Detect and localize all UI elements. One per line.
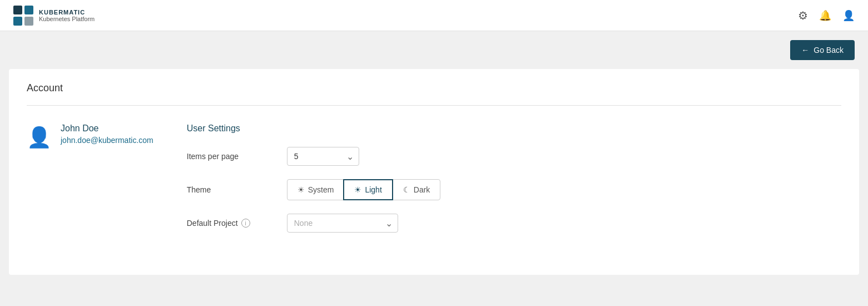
moon-icon: ☾ xyxy=(403,185,410,194)
sun-icon: ☀ xyxy=(297,185,305,194)
go-back-button[interactable]: ← Go Back xyxy=(790,40,855,60)
logo-title: KUBERMATIC xyxy=(39,9,95,16)
settings-icon[interactable]: ⚙ xyxy=(798,10,808,21)
theme-dark-button[interactable]: ☾ Dark xyxy=(393,179,441,200)
svg-rect-0 xyxy=(13,6,22,14)
svg-rect-1 xyxy=(24,6,33,14)
logo-text: KUBERMATIC Kubernetes Platform xyxy=(39,9,95,22)
logo-icon xyxy=(13,6,33,26)
logo: KUBERMATIC Kubernetes Platform xyxy=(13,6,95,26)
theme-light-label: Light xyxy=(365,185,381,194)
theme-buttons: ☀ System ☀ Light ☾ Dark xyxy=(287,179,441,200)
theme-row: Theme ☀ System ☀ Light ☾ Dark xyxy=(187,179,520,200)
items-per-page-row: Items per page 5 10 20 50 ⌄ xyxy=(187,147,520,166)
theme-dark-label: Dark xyxy=(414,185,430,194)
user-info: 👤 John Doe john.doe@kubermatic.com xyxy=(27,124,153,149)
user-email: john.doe@kubermatic.com xyxy=(61,136,153,145)
account-body: 👤 John Doe john.doe@kubermatic.com User … xyxy=(27,124,841,246)
notifications-icon[interactable]: 🔔 xyxy=(819,11,831,21)
settings-title: User Settings xyxy=(187,124,520,134)
divider xyxy=(27,105,841,106)
user-avatar-icon: 👤 xyxy=(27,126,52,149)
go-back-label: Go Back xyxy=(814,46,844,55)
user-details: John Doe john.doe@kubermatic.com xyxy=(61,124,153,145)
logo-subtitle: Kubernetes Platform xyxy=(39,16,95,22)
user-name: John Doe xyxy=(61,124,153,134)
header-icons: ⚙ 🔔 👤 xyxy=(798,10,855,21)
account-title: Account xyxy=(27,82,841,94)
svg-rect-3 xyxy=(24,17,33,26)
sun-light-icon: ☀ xyxy=(354,185,361,194)
toolbar: ← Go Back xyxy=(0,31,868,69)
default-project-row: Default Project i None ⌄ xyxy=(187,214,520,233)
items-per-page-select[interactable]: 5 10 20 50 xyxy=(287,147,359,166)
user-settings: User Settings Items per page 5 10 20 50 … xyxy=(187,124,520,246)
items-per-page-label: Items per page xyxy=(187,152,265,161)
default-project-select[interactable]: None xyxy=(287,214,398,233)
default-project-label-group: Default Project i xyxy=(187,219,265,228)
items-per-page-wrapper: 5 10 20 50 ⌄ xyxy=(287,147,359,166)
account-card: Account 👤 John Doe john.doe@kubermatic.c… xyxy=(9,69,859,275)
info-icon: i xyxy=(241,219,250,228)
default-project-label: Default Project xyxy=(187,219,238,228)
arrow-left-icon: ← xyxy=(801,46,809,55)
theme-light-button[interactable]: ☀ Light xyxy=(343,179,393,200)
default-project-wrapper: None ⌄ xyxy=(287,214,398,233)
theme-system-label: System xyxy=(308,185,334,194)
theme-system-button[interactable]: ☀ System xyxy=(287,179,345,200)
user-icon[interactable]: 👤 xyxy=(842,11,855,21)
header: KUBERMATIC Kubernetes Platform ⚙ 🔔 👤 xyxy=(0,0,868,31)
svg-rect-2 xyxy=(13,17,22,26)
theme-label: Theme xyxy=(187,185,265,194)
